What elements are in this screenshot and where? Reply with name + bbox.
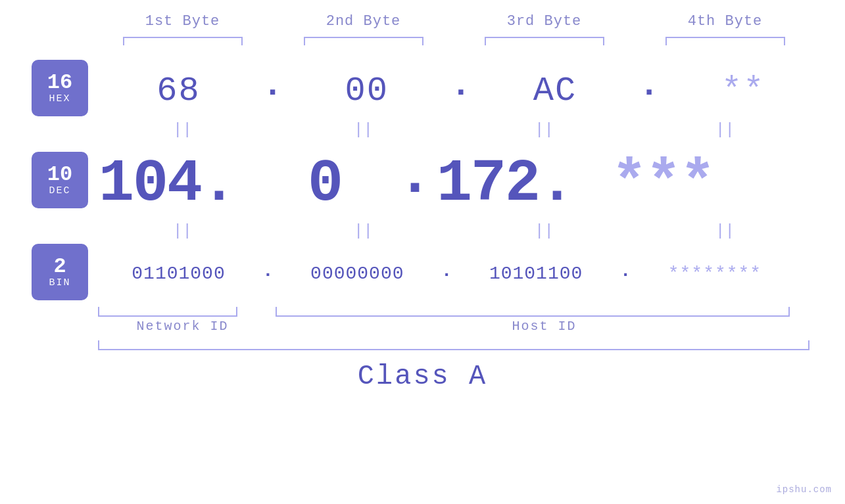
bin-val-1: 01101000 <box>132 263 225 284</box>
bin-val-2: 00000000 <box>310 263 404 284</box>
dec-byte-4: *** <box>584 150 742 218</box>
dec-number: 10 <box>47 164 72 185</box>
eq-1-2: || <box>273 121 454 139</box>
bin-label: BIN <box>49 277 70 288</box>
bin-byte-3: 10101100 <box>446 263 627 284</box>
dec-byte-2: 0 <box>246 150 404 218</box>
byte-label-4: 4th Byte <box>635 13 815 30</box>
eq-1-4: || <box>635 121 815 139</box>
hex-val-3: AC <box>533 72 577 110</box>
network-id-label: Network ID <box>92 319 273 334</box>
bin-row: 2 BIN 01101000 . 00000000 . 10101100 . *… <box>0 244 845 300</box>
dec-byte-3: 172. <box>426 150 584 218</box>
byte-label-1: 1st Byte <box>92 13 273 30</box>
main-container: 1st Byte 2nd Byte 3rd Byte 4th Byte <box>0 0 845 504</box>
dec-badge: 10 DEC <box>32 152 88 208</box>
hex-label: HEX <box>49 93 70 104</box>
dec-byte-1: 104. <box>88 150 246 218</box>
bottom-brackets-container <box>92 306 845 319</box>
id-labels-row: Network ID Host ID <box>0 319 845 334</box>
hex-row: 16 HEX 68 . 00 . AC . ** <box>0 60 845 116</box>
eq-1-1: || <box>92 121 273 139</box>
watermark: ipshu.com <box>776 484 832 495</box>
host-id-bracket <box>270 306 796 319</box>
dec-val-4: *** <box>612 150 714 218</box>
hex-val-2: 00 <box>345 72 389 110</box>
eq-2-3: || <box>454 222 635 240</box>
top-brackets <box>92 35 845 47</box>
byte-label-3: 3rd Byte <box>454 13 635 30</box>
dec-row: 10 DEC 104. 0 . 172. *** <box>0 143 845 218</box>
dec-val-2: 0 <box>308 150 342 218</box>
eq-row-1: || || || || <box>92 116 845 143</box>
dec-val-3: 172. <box>437 150 573 218</box>
byte-label-2: 2nd Byte <box>273 13 454 30</box>
hex-val-4: ** <box>721 72 765 110</box>
network-id-bracket <box>92 306 243 319</box>
header-row: 1st Byte 2nd Byte 3rd Byte 4th Byte <box>92 13 845 30</box>
eq-2-4: || <box>635 222 815 240</box>
bin-number: 2 <box>53 256 66 277</box>
hex-number: 16 <box>47 72 72 93</box>
class-bracket-container <box>92 339 845 355</box>
bin-val-3: 10101100 <box>489 263 583 284</box>
class-bracket <box>92 339 815 352</box>
eq-2-2: || <box>273 222 454 240</box>
hex-byte-2: 00 <box>276 72 457 110</box>
hex-byte-4: ** <box>653 72 834 110</box>
bin-byte-2: 00000000 <box>267 263 448 284</box>
bin-byte-4: ******** <box>624 263 805 284</box>
eq-1-3: || <box>454 121 635 139</box>
hex-byte-3: AC <box>464 72 645 110</box>
eq-row-2: || || || || <box>92 218 845 244</box>
bin-byte-1: 01101000 <box>88 263 269 284</box>
hex-val-1: 68 <box>157 72 200 110</box>
dec-val-1: 104. <box>99 150 235 218</box>
bin-badge: 2 BIN <box>32 244 88 300</box>
host-id-label: Host ID <box>273 319 815 334</box>
dec-label: DEC <box>49 185 70 196</box>
hex-byte-1: 68 <box>88 72 269 110</box>
bin-val-4: ******** <box>668 263 761 284</box>
eq-2-1: || <box>92 222 273 240</box>
hex-badge: 16 HEX <box>32 60 88 116</box>
class-label: Class A <box>0 361 845 392</box>
